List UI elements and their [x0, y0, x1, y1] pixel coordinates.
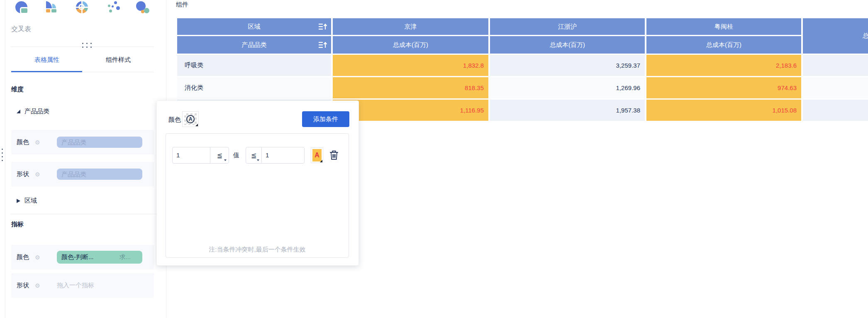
left-rail	[0, 0, 5, 318]
transparency-checker: A	[184, 113, 197, 125]
dimension-group-product-category[interactable]: 产品品类	[17, 108, 49, 115]
header-region-jiangzhehu[interactable]: 江浙沪	[490, 18, 645, 35]
section-divider	[10, 214, 166, 214]
dimension-color-chip[interactable]: 产品品类	[57, 137, 142, 148]
scatter-chart-icon[interactable]	[105, 1, 119, 14]
cell-value-overflow	[803, 55, 868, 76]
gear-icon[interactable]: ⚙	[35, 245, 40, 269]
popup-color-label: 颜色	[168, 115, 181, 125]
condition-row: 1 ≦ 值 ≦ 1 A	[166, 147, 349, 164]
metric-color-row: 颜色 ⚙ 颜色-判断... 求...	[11, 245, 154, 269]
caret-down-icon	[257, 159, 259, 161]
property-panel: 交叉表 表格属性 组件样式 维度 产品品类 颜色 ⚙ 产品品类 形状 ⚙ 产品品…	[5, 0, 166, 318]
caret-down-icon	[224, 159, 227, 161]
sort-icon[interactable]	[319, 23, 327, 30]
sort-icon[interactable]	[319, 42, 327, 48]
row-label: 消化类	[177, 77, 331, 98]
bi-crosstab-editor: 交叉表 表格属性 组件样式 维度 产品品类 颜色 ⚙ 产品品类 形状 ⚙ 产品品…	[0, 0, 868, 318]
metric-shape-dropzone[interactable]: 拖入一个指标	[57, 273, 94, 298]
gear-icon[interactable]: ⚙	[35, 130, 40, 154]
header-region-yueminggui[interactable]: 粤闽桂	[646, 18, 801, 35]
condition-left-group: 1 ≦	[172, 147, 229, 164]
canvas-title: 组件	[176, 1, 188, 9]
cell-value[interactable]: 2,183.6	[646, 55, 801, 76]
cell-value[interactable]: 1,957.38	[490, 100, 645, 121]
panel-tabs: 表格属性 组件样式	[11, 54, 154, 66]
dimension-shape-row: 形状 ⚙ 产品品类	[11, 162, 154, 186]
panel-resize-handle[interactable]	[2, 149, 3, 161]
metrics-section-title: 指标	[11, 220, 24, 228]
area-pie-chart-icon[interactable]	[45, 1, 59, 14]
operator2-dropdown[interactable]: ≦	[246, 147, 262, 163]
condition-value2-input[interactable]: 1	[262, 147, 304, 163]
cell-value-overflow	[803, 77, 868, 98]
condition-right-group: ≦ 1	[246, 147, 305, 164]
operator1-dropdown[interactable]: ≦	[210, 147, 229, 163]
corner-expander-icon	[320, 160, 322, 162]
tab-table-properties[interactable]: 表格属性	[11, 54, 83, 66]
cell-value[interactable]: 818.35	[333, 77, 488, 98]
header-region-jingjin[interactable]: 京津	[333, 18, 488, 35]
color-condition-popup: 颜色 A 添加条件 1 ≦ 值 ≦	[156, 100, 359, 266]
cell-value[interactable]: 1,832.8	[333, 55, 488, 76]
metric-shape-row: 形状 ⚙ 拖入一个指标	[11, 273, 154, 298]
pie-chart-icon[interactable]	[15, 1, 29, 14]
trash-icon	[329, 149, 339, 161]
condition-note: 注:当条件冲突时,最后一个条件生效	[166, 246, 349, 254]
collapse-expanded-icon[interactable]	[17, 110, 20, 113]
dimensions-section-title: 维度	[11, 86, 24, 93]
metric-color-chip[interactable]: 颜色-判断... 求...	[57, 251, 142, 264]
tab-active-indicator	[11, 71, 82, 72]
circled-a-icon: A	[186, 115, 195, 123]
tab-component-style[interactable]: 组件样式	[83, 54, 154, 66]
delete-condition-button[interactable]	[328, 149, 340, 161]
dimension-group-region[interactable]: 区域	[17, 197, 37, 205]
cell-value[interactable]: 3,259.37	[490, 55, 645, 76]
header-overflow-metric: 总成本(百万)	[803, 18, 868, 54]
row-label: 呼吸类	[177, 55, 331, 76]
collapse-collapsed-icon[interactable]	[17, 199, 20, 203]
condition-value1-input[interactable]: 1	[173, 147, 210, 163]
condition-color-swatch[interactable]: A	[311, 147, 323, 163]
bubble-chart-icon[interactable]	[136, 1, 150, 14]
cell-value[interactable]: 974.63	[646, 77, 801, 98]
selected-chart-name: 交叉表	[11, 25, 31, 34]
value-label: 值	[233, 147, 239, 164]
header-region: 区域	[177, 18, 331, 35]
add-condition-button[interactable]: 添加条件	[302, 111, 349, 127]
header-metric: 总成本(百万)	[490, 36, 645, 54]
gear-icon[interactable]: ⚙	[35, 273, 40, 298]
header-metric: 总成本(百万)	[333, 36, 488, 54]
header-product-category: 产品品类	[177, 36, 331, 54]
drag-handle-icon[interactable]	[82, 43, 92, 48]
polar-chart-icon[interactable]	[75, 1, 89, 14]
cell-value[interactable]: 1,269.96	[490, 77, 645, 98]
cell-value[interactable]: 1,015.08	[646, 100, 801, 121]
color-style-button[interactable]: A	[182, 111, 199, 127]
header-metric: 总成本(百万)	[646, 36, 801, 54]
chart-type-toolbar	[15, 1, 150, 14]
cell-value-overflow	[803, 100, 868, 121]
corner-expander-icon	[195, 124, 198, 126]
dimension-shape-chip[interactable]: 产品品类	[57, 169, 142, 180]
gear-icon[interactable]: ⚙	[35, 162, 40, 186]
conditions-container: 1 ≦ 值 ≦ 1 A	[166, 133, 349, 258]
dimension-color-row: 颜色 ⚙ 产品品类	[11, 130, 154, 154]
